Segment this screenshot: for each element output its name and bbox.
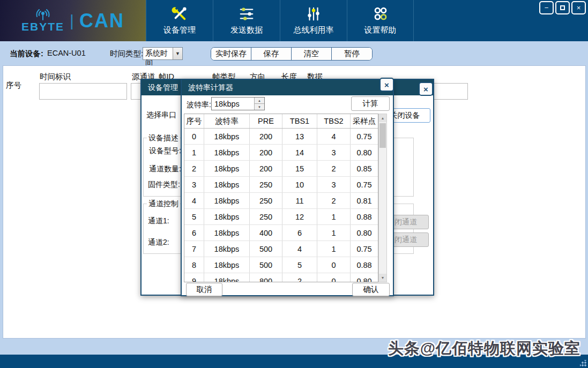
scrollbar-thumb[interactable]	[379, 123, 386, 148]
calc-table-row[interactable]: 318kbps2501030.75	[184, 177, 378, 193]
calc-cell: 0.75	[351, 129, 378, 144]
calc-cell: 0.88	[351, 257, 378, 273]
calc-table-row[interactable]: 518kbps2501210.88	[184, 209, 378, 225]
serial-port-label: 选择串口	[146, 110, 176, 120]
calc-cell: 18kbps	[204, 193, 250, 208]
logo-divider: |	[70, 12, 74, 30]
close-window-button[interactable]: ×	[571, 1, 586, 14]
calc-cell: 13	[282, 129, 317, 144]
sliders-horizontal-icon	[238, 6, 255, 22]
cancel-button[interactable]: 取消	[186, 283, 222, 296]
calc-cell: 250	[250, 177, 282, 192]
calc-table-body: 018kbps2001340.75118kbps2001430.80218kbp…	[184, 129, 378, 282]
maximize-icon	[560, 5, 565, 10]
calc-cell: 0.85	[351, 161, 378, 176]
channel-count-label: 通道数量:	[149, 164, 181, 174]
baud-result-table: 序号波特率PRETBS1TBS2采样点 018kbps2001340.75118…	[184, 114, 378, 282]
calc-cell: 18kbps	[204, 161, 250, 176]
calc-cell: 9	[184, 273, 204, 282]
timestamp-filter-input[interactable]	[39, 83, 127, 100]
calc-cell: 200	[250, 161, 282, 176]
calc-cell: 18kbps	[204, 145, 250, 160]
calc-cell: 5	[184, 209, 204, 224]
app-window: EBYTE | CAN 设备管理	[0, 0, 588, 368]
calc-cell: 0.80	[351, 225, 378, 241]
grid-col-timestamp: 时间标识	[40, 72, 71, 82]
calc-dialog-close-icon[interactable]: ×	[379, 78, 394, 92]
baud-rate-label: 波特率:	[187, 100, 211, 110]
calc-cell: 0	[184, 129, 204, 144]
calc-cell: 400	[250, 225, 282, 241]
calculate-button[interactable]: 计算	[351, 96, 390, 111]
clear-button[interactable]: 清空	[292, 48, 332, 60]
maximize-button[interactable]	[555, 1, 570, 14]
calc-cell: 3	[317, 177, 351, 192]
channel-control-label: 通道控制	[147, 199, 180, 209]
spin-up-icon[interactable]: ▲	[255, 97, 264, 104]
current-device-label: 当前设备:	[10, 49, 43, 59]
minimize-button[interactable]: −	[539, 1, 554, 14]
calc-table-row[interactable]: 818kbps500500.88	[184, 257, 378, 273]
calc-cell: 18kbps	[204, 225, 250, 241]
calc-cell: 0.81	[351, 193, 378, 208]
calc-table-row[interactable]: 918kbps800200.80	[184, 273, 378, 282]
calc-cell: 18kbps	[204, 177, 250, 192]
calc-table-row[interactable]: 118kbps2001430.80	[184, 145, 378, 161]
spinner-arrows: ▲ ▼	[254, 97, 264, 110]
realtime-save-button[interactable]: 实时保存	[211, 48, 251, 60]
calc-table-row[interactable]: 018kbps2001340.75	[184, 129, 378, 145]
calc-table-row[interactable]: 618kbps400610.80	[184, 225, 378, 241]
scroll-up-icon[interactable]: ▲	[379, 114, 386, 122]
ebyte-logo: EBYTE	[21, 9, 64, 32]
spin-down-icon[interactable]: ▼	[255, 104, 264, 110]
calc-cell: 6	[184, 225, 204, 241]
calc-header-cell: PRE	[250, 114, 282, 128]
nav-item-settings-help[interactable]: 设置帮助	[347, 0, 414, 41]
calc-cell: 250	[250, 193, 282, 208]
confirm-button[interactable]: 确认	[352, 283, 390, 296]
calc-table-row[interactable]: 218kbps2001520.85	[184, 161, 378, 177]
watermark-text: 头条@亿佰特物联网实验室	[388, 338, 580, 359]
scroll-down-icon[interactable]: ▼	[379, 274, 386, 282]
calc-cell: 0.88	[351, 209, 378, 224]
save-button[interactable]: 保存	[251, 48, 292, 60]
calc-cell: 1	[317, 225, 351, 241]
calc-cell: 18kbps	[204, 129, 250, 144]
channel1-label: 通道1:	[148, 216, 169, 226]
table-scrollbar[interactable]: ▲ ▼	[378, 114, 387, 282]
nav-item-send-data[interactable]: 发送数据	[213, 0, 280, 41]
grid-row-header: 序号	[6, 80, 21, 91]
calc-cell: 200	[250, 145, 282, 160]
time-type-dropdown[interactable]: 系统时间 ▼	[143, 47, 183, 60]
record-button-group: 实时保存 保存 清空 暂停	[211, 47, 373, 61]
calc-cell: 6	[282, 225, 317, 241]
calc-cell: 5	[282, 257, 317, 273]
calc-cell: 500	[250, 257, 282, 273]
time-type-value: 系统时间	[143, 48, 173, 59]
calc-cell: 2	[317, 193, 351, 208]
calc-table-row[interactable]: 418kbps2501120.81	[184, 193, 378, 209]
nav-item-device-manage[interactable]: 设备管理	[146, 0, 213, 41]
calc-table-row[interactable]: 718kbps500410.75	[184, 241, 378, 257]
baud-rate-spinner: ▲ ▼	[211, 97, 265, 110]
calc-cell: 8	[184, 257, 204, 273]
brand-text: EBYTE	[21, 21, 64, 32]
app-logo: EBYTE | CAN	[0, 0, 146, 41]
baud-rate-input[interactable]	[212, 97, 254, 110]
nav-item-bus-utilization[interactable]: 总线利用率	[280, 0, 347, 41]
baud-calculator-dialog: 波特率计算器 × 波特率: ▲ ▼ 计算 序号波特率PRETBS1TBS2采样点…	[181, 79, 394, 296]
product-text: CAN	[79, 10, 124, 32]
nav-label: 设备管理	[163, 25, 196, 35]
resize-grip[interactable]	[580, 360, 586, 366]
calc-cell: 500	[250, 241, 282, 257]
chevron-down-icon[interactable]: ▼	[173, 48, 182, 59]
device-dialog-close-icon[interactable]: ×	[419, 82, 433, 96]
calc-cell: 0.80	[351, 145, 378, 160]
pause-button[interactable]: 暂停	[332, 48, 372, 60]
calc-dialog-titlebar[interactable]: 波特率计算器	[182, 80, 393, 95]
window-controls: − ×	[539, 1, 586, 14]
calc-cell: 0.75	[351, 177, 378, 192]
calc-cell: 0	[317, 257, 351, 273]
top-bar: EBYTE | CAN 设备管理	[0, 0, 588, 41]
calc-cell: 18kbps	[204, 257, 250, 273]
